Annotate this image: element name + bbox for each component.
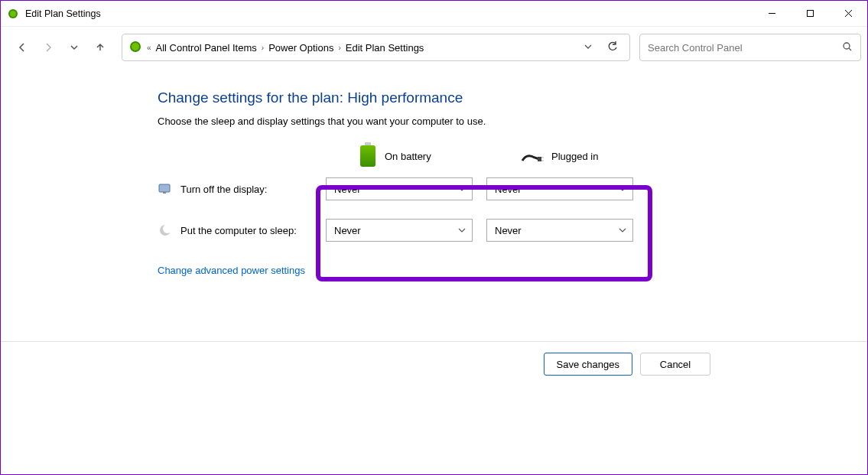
svg-point-7 — [132, 43, 139, 50]
search-placeholder: Search Control Panel — [648, 42, 743, 54]
svg-rect-14 — [163, 192, 166, 194]
plug-icon — [521, 151, 542, 161]
row-put-computer-to-sleep: Put the computer to sleep: Never Never — [158, 219, 867, 242]
power-options-icon — [7, 8, 19, 20]
breadcrumb-item[interactable]: Edit Plan Settings — [346, 42, 424, 54]
save-button[interactable]: Save changes — [544, 353, 632, 376]
up-button[interactable] — [88, 35, 112, 60]
window-title: Edit Plan Settings — [25, 8, 101, 19]
page-heading: Change settings for the plan: High perfo… — [158, 89, 867, 106]
minimize-button[interactable] — [753, 1, 791, 26]
svg-rect-3 — [807, 11, 813, 17]
search-input[interactable]: Search Control Panel — [639, 34, 861, 61]
address-bar[interactable]: « All Control Panel Items › Power Option… — [122, 34, 630, 61]
chevron-down-icon — [458, 225, 466, 236]
svg-rect-10 — [538, 157, 541, 161]
chevron-down-icon — [619, 184, 626, 195]
sleep-battery-select[interactable]: Never — [326, 219, 473, 242]
recent-dropdown-button[interactable] — [62, 35, 86, 60]
sleep-plugged-select[interactable]: Never — [486, 219, 633, 242]
column-header-plugged: Plugged in — [521, 151, 681, 162]
column-header-battery: On battery — [360, 145, 521, 167]
breadcrumb-item[interactable]: All Control Panel Items — [156, 42, 257, 54]
chevron-down-icon[interactable] — [584, 42, 593, 54]
row-turn-off-display: Turn off the display: Never Never — [158, 177, 867, 200]
chevron-down-icon — [458, 184, 466, 195]
forward-button[interactable] — [36, 35, 60, 60]
chevron-right-icon: › — [262, 44, 264, 52]
window-controls — [753, 1, 867, 26]
battery-icon — [128, 40, 142, 56]
advanced-settings-link[interactable]: Change advanced power settings — [158, 265, 867, 276]
navigation-bar: « All Control Panel Items › Power Option… — [1, 27, 867, 68]
display-battery-select[interactable]: Never — [326, 177, 473, 200]
close-button[interactable] — [829, 1, 867, 26]
svg-point-1 — [10, 11, 16, 17]
breadcrumb-item[interactable]: Power Options — [268, 42, 333, 54]
svg-point-16 — [163, 224, 172, 233]
content-pane: Change settings for the plan: High perfo… — [1, 68, 867, 276]
titlebar: Edit Plan Settings — [1, 1, 867, 27]
cancel-button[interactable]: Cancel — [640, 353, 710, 376]
svg-point-8 — [844, 43, 850, 49]
display-plugged-select[interactable]: Never — [486, 177, 633, 200]
chevron-right-icon: › — [338, 44, 340, 52]
search-icon — [842, 41, 853, 54]
svg-line-9 — [849, 48, 851, 50]
moon-icon — [158, 223, 173, 238]
footer-bar: Save changes Cancel — [1, 341, 867, 474]
chevron-down-icon — [619, 225, 626, 236]
refresh-icon[interactable] — [606, 41, 619, 55]
maximize-button[interactable] — [791, 1, 829, 26]
battery-icon — [360, 145, 375, 167]
chevron-left-icon: « — [147, 44, 151, 52]
display-icon — [158, 181, 173, 197]
back-button[interactable] — [10, 35, 34, 60]
page-subtext: Choose the sleep and display settings th… — [158, 115, 867, 127]
svg-rect-13 — [159, 184, 170, 192]
